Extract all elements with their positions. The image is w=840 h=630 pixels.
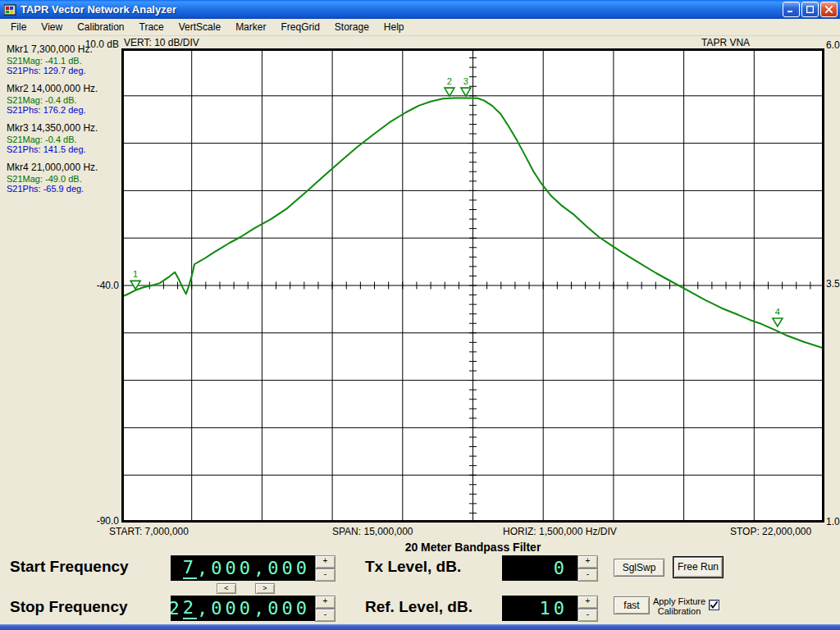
marker-phs: S21Phs: 141.5 deg. bbox=[7, 144, 121, 154]
left-scale-top: 10.0 dB bbox=[70, 39, 119, 50]
ref-level-decrement-button[interactable]: - bbox=[578, 609, 598, 622]
stop-frequency-display[interactable]: 22,000,000 bbox=[171, 596, 315, 621]
display-digits: ,000,000 bbox=[197, 598, 310, 619]
chart-title: 20 Meter Bandpass Filter bbox=[121, 541, 824, 554]
tx-level-decrement-button[interactable]: - bbox=[578, 568, 598, 582]
marker-readout-2: Mkr2 14,000,000 Hz.S21Mag: -0.4 dB.S21Ph… bbox=[7, 83, 121, 115]
marker-4-number: 4 bbox=[775, 307, 780, 317]
fast-button[interactable]: fast bbox=[614, 596, 650, 614]
menu-help[interactable]: Help bbox=[377, 20, 412, 34]
app-icon bbox=[4, 3, 17, 16]
app-window: TAPR Vector Network Analyzer FileViewCal… bbox=[0, 0, 840, 630]
marker-mag: S21Mag: -41.1 dB. bbox=[7, 56, 121, 66]
menu-freqgrid[interactable]: FreqGrid bbox=[273, 20, 326, 34]
cursor-digit-left-button[interactable]: < bbox=[217, 583, 236, 594]
tx-level-display[interactable]: 0 bbox=[502, 555, 578, 581]
display-digits: 2 bbox=[169, 598, 183, 619]
cursor-digit: 2 bbox=[183, 597, 197, 619]
stop-freq-decrement-button[interactable]: - bbox=[315, 609, 336, 622]
ref-level-increment-button[interactable]: + bbox=[578, 596, 598, 609]
free-run-button[interactable]: Free Run bbox=[673, 557, 723, 578]
marker-3-number: 3 bbox=[463, 76, 468, 86]
single-sweep-button[interactable]: SglSwp bbox=[614, 559, 664, 577]
menu-file[interactable]: File bbox=[3, 20, 34, 34]
window-title: TAPR Vector Network Analyzer bbox=[21, 3, 783, 16]
stop-frequency-label: Stop Frequency bbox=[10, 598, 128, 616]
marker-mag: S21Mag: -0.4 dB. bbox=[7, 95, 121, 105]
menu-bar: FileViewCalibrationTraceVertScaleMarkerF… bbox=[0, 19, 840, 36]
display-digits: 10 bbox=[540, 598, 568, 619]
marker-title: Mkr2 14,000,000 Hz. bbox=[7, 83, 121, 94]
menu-storage[interactable]: Storage bbox=[327, 20, 377, 34]
s21-sweep-plot: 1234 bbox=[121, 48, 824, 523]
apply-fixture-calibration-checkbox[interactable] bbox=[709, 600, 719, 610]
right-scale-top: 6.0 bbox=[826, 39, 840, 51]
marker-phs: S21Phs: 129.7 deg. bbox=[7, 66, 121, 75]
start-freq-increment-button[interactable]: + bbox=[315, 555, 336, 568]
marker-phs: S21Phs: 176.2 deg. bbox=[7, 105, 121, 115]
marker-title: Mkr4 21,000,000 Hz. bbox=[7, 162, 121, 173]
start-freq-label: START: 7,000,000 bbox=[109, 526, 189, 537]
marker-mag: S21Mag: -0.4 dB. bbox=[7, 135, 121, 144]
horiz-scale-label: HORIZ: 1,500,000 Hz/DIV bbox=[503, 526, 617, 537]
marker-1-number: 1 bbox=[133, 269, 138, 279]
menu-vertscale[interactable]: VertScale bbox=[171, 20, 228, 34]
stop-freq-increment-button[interactable]: + bbox=[315, 596, 336, 609]
menu-trace[interactable]: Trace bbox=[132, 20, 171, 34]
stop-freq-label: STOP: 22,000,000 bbox=[730, 526, 811, 537]
cursor-digit: 7 bbox=[183, 557, 197, 579]
instrument-label: TAPR VNA bbox=[701, 37, 750, 48]
ref-level-label: Ref. Level, dB. bbox=[365, 598, 472, 616]
marker-mag: S21Mag: -49.0 dB. bbox=[7, 174, 121, 184]
title-bar[interactable]: TAPR Vector Network Analyzer bbox=[0, 0, 840, 19]
taskbar-edge[interactable] bbox=[0, 624, 840, 630]
marker-phs: S21Phs: -65.9 deg. bbox=[7, 184, 121, 194]
start-freq-decrement-button[interactable]: - bbox=[315, 568, 336, 582]
marker-readout-3: Mkr3 14,350,000 Hz.S21Mag: -0.4 dB.S21Ph… bbox=[7, 122, 121, 154]
maximize-button[interactable] bbox=[801, 2, 819, 17]
menu-calibration[interactable]: Calibration bbox=[70, 20, 131, 34]
close-button[interactable] bbox=[820, 2, 838, 17]
tx-level-increment-button[interactable]: + bbox=[578, 555, 598, 568]
right-scale-bottom: 1.0SWR bbox=[826, 516, 840, 527]
start-frequency-display[interactable]: 7,000,000 bbox=[171, 555, 315, 581]
menu-marker[interactable]: Marker bbox=[228, 20, 273, 34]
display-digits: 0 bbox=[554, 558, 568, 578]
left-scale-bottom: -90.0 bbox=[70, 515, 119, 527]
span-label: SPAN: 15,000,000 bbox=[332, 526, 413, 537]
menu-view[interactable]: View bbox=[34, 20, 70, 34]
cursor-digit-right-button[interactable]: > bbox=[255, 583, 275, 594]
marker-readout-4: Mkr4 21,000,000 Hz.S21Mag: -49.0 dB.S21P… bbox=[7, 162, 121, 194]
apply-fixture-calibration-label: Apply Fixture Calibration bbox=[652, 596, 706, 616]
left-scale-mid: -40.0 bbox=[70, 280, 119, 291]
tx-level-label: Tx Level, dB. bbox=[365, 558, 461, 576]
minimize-button[interactable] bbox=[783, 2, 800, 17]
marker-2-number: 2 bbox=[447, 76, 452, 86]
display-digits: ,000,000 bbox=[197, 558, 310, 578]
ref-level-display[interactable]: 10 bbox=[502, 596, 578, 621]
vert-scale-label: VERT: 10 dB/DIV bbox=[124, 37, 199, 48]
marker-title: Mkr3 14,350,000 Hz. bbox=[7, 122, 121, 134]
marker-info-panel: Mkr1 7,300,000 Hz.S21Mag: -41.1 dB.S21Ph… bbox=[7, 43, 121, 201]
start-frequency-label: Start Frequency bbox=[10, 558, 129, 576]
right-scale-mid: 3.5 bbox=[826, 278, 840, 290]
